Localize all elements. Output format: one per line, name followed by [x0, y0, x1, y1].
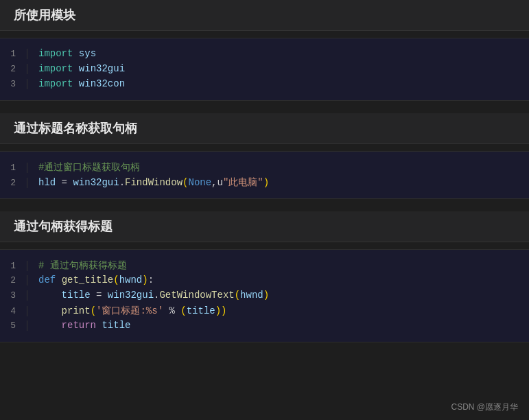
code-line: 4 print('窗口标题:%s' % (title))	[0, 303, 529, 318]
line-number: 1	[0, 163, 27, 173]
footer-watermark: CSDN @愿逐月华	[451, 401, 518, 413]
code-token	[73, 48, 78, 59]
gap-top-3	[0, 242, 529, 249]
code-token: (	[235, 290, 240, 301]
code-token: "此电脑"	[223, 177, 263, 188]
gap-bottom-2	[0, 199, 529, 211]
code-line: 2hld = win32gui.FindWindow(None,u"此电脑")	[0, 175, 529, 190]
code-token: hld	[38, 177, 56, 188]
code-token: GetWindowText	[159, 290, 234, 301]
code-content: import win32con	[38, 78, 529, 89]
code-token: =	[91, 290, 108, 301]
code-token: return	[62, 320, 96, 331]
code-token: (	[180, 305, 186, 316]
code-content: #通过窗口标题获取句柄	[38, 161, 529, 174]
code-token: title	[102, 320, 130, 331]
code-token: import	[38, 48, 73, 59]
code-token: )	[263, 177, 269, 188]
code-token	[38, 320, 62, 331]
code-token: hwnd	[119, 275, 143, 285]
line-number: 1	[0, 49, 27, 59]
code-token: =	[56, 177, 73, 188]
code-token: win32con	[79, 78, 125, 89]
code-token: (	[113, 275, 119, 285]
code-token	[38, 290, 62, 301]
line-number: 4	[0, 306, 27, 316]
code-line: 5 return title	[0, 318, 529, 334]
code-content: print('窗口标题:%s' % (title))	[38, 305, 529, 317]
code-token: win32gui	[79, 63, 125, 74]
code-line: 2import win32gui	[0, 62, 529, 77]
line-number: 2	[0, 64, 27, 74]
code-content: hld = win32gui.FindWindow(None,u"此电脑")	[38, 176, 529, 189]
code-token: #通过窗口标题获取句柄	[38, 162, 140, 173]
gap-bottom-1	[0, 101, 529, 113]
code-token: win32gui	[108, 290, 154, 301]
code-token	[73, 78, 78, 89]
code-token: )	[142, 275, 148, 285]
section-header-2: 通过标题名称获取句柄	[0, 113, 529, 144]
code-token: hwnd	[240, 290, 263, 301]
code-token: print	[62, 305, 91, 316]
code-token: def	[38, 275, 56, 285]
code-line: 2def get_title(hwnd):	[0, 273, 529, 288]
code-line: 3import win32con	[0, 77, 529, 92]
code-token: (	[91, 305, 96, 316]
code-content: def get_title(hwnd):	[38, 275, 529, 285]
section-header-1: 所使用模块	[0, 0, 529, 31]
code-content: import win32gui	[38, 63, 529, 74]
code-content: import sys	[38, 48, 529, 59]
code-token: import	[38, 78, 73, 89]
code-token	[73, 63, 78, 74]
code-content: return title	[38, 320, 529, 331]
line-number: 2	[0, 275, 27, 285]
code-token: :	[148, 275, 154, 285]
code-token: sys	[79, 48, 96, 59]
code-line: 1import sys	[0, 47, 529, 62]
code-token: title	[62, 290, 91, 301]
line-number: 3	[0, 290, 27, 301]
code-token: FindWindow	[125, 177, 183, 188]
code-token: title	[187, 305, 215, 316]
code-token: .	[119, 177, 125, 188]
code-token: ,	[211, 177, 217, 188]
code-block-1: 1import sys2import win32gui3import win32…	[0, 38, 529, 101]
code-block-2: 1#通过窗口标题获取句柄2hld = win32gui.FindWindow(N…	[0, 151, 529, 199]
code-block-3: 1# 通过句柄获得标题2def get_title(hwnd):3 title …	[0, 249, 529, 342]
code-token	[56, 275, 61, 285]
code-token: ))	[215, 305, 227, 316]
code-token	[38, 305, 62, 316]
code-token: win32gui	[73, 177, 119, 188]
code-token: '窗口标题:%s'	[96, 305, 163, 316]
line-number: 3	[0, 79, 27, 89]
code-content: # 通过句柄获得标题	[38, 259, 529, 272]
gap-top-1	[0, 31, 529, 38]
section-header-3: 通过句柄获得标题	[0, 211, 529, 242]
code-token: %	[163, 305, 180, 316]
code-token: None	[188, 177, 211, 188]
code-token: get_title	[62, 275, 114, 285]
code-token: # 通过句柄获得标题	[38, 260, 127, 271]
gap-top-2	[0, 144, 529, 151]
code-content: title = win32gui.GetWindowText(hwnd)	[38, 290, 529, 301]
code-line: 1#通过窗口标题获取句柄	[0, 160, 529, 175]
code-token: import	[38, 63, 73, 74]
code-line: 1# 通过句柄获得标题	[0, 258, 529, 273]
code-token: u	[218, 177, 223, 188]
line-number: 5	[0, 320, 27, 331]
code-token: )	[263, 290, 269, 301]
line-number: 2	[0, 178, 27, 188]
code-line: 3 title = win32gui.GetWindowText(hwnd)	[0, 288, 529, 303]
line-number: 1	[0, 261, 27, 271]
